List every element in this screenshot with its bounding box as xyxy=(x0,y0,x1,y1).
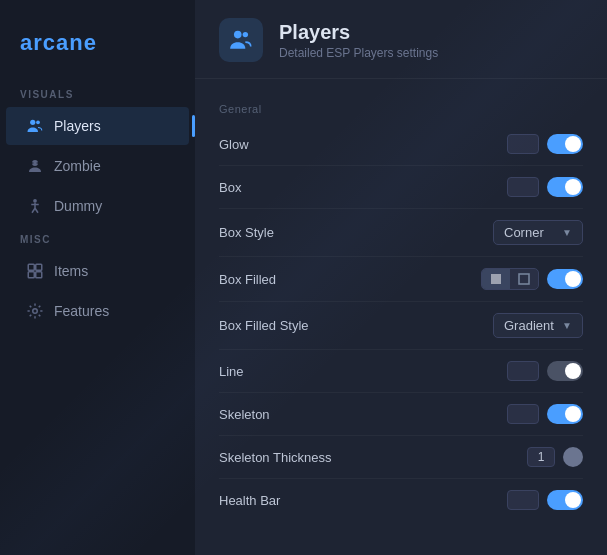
skeleton-thickness-input[interactable]: 1 xyxy=(527,447,555,467)
sidebar-item-zombie-label: Zombie xyxy=(54,158,101,174)
box-color-btn[interactable] xyxy=(507,177,539,197)
svg-rect-12 xyxy=(28,272,34,278)
health-bar-row: Health Bar xyxy=(219,479,583,521)
page-header: Players Detailed ESP Players settings xyxy=(195,0,607,79)
svg-rect-10 xyxy=(28,264,34,270)
box-style-dropdown[interactable]: Corner ▼ xyxy=(493,220,583,245)
sidebar: arcane VISUALS Players Zombie xyxy=(0,0,195,555)
box-style-label: Box Style xyxy=(219,225,274,240)
glow-row: Glow xyxy=(219,123,583,166)
svg-point-16 xyxy=(243,32,248,37)
svg-point-14 xyxy=(33,309,38,314)
skeleton-thickness-dot[interactable] xyxy=(563,447,583,467)
svg-rect-18 xyxy=(519,274,529,284)
skeleton-toggle[interactable] xyxy=(547,404,583,424)
box-filled-row: Box Filled xyxy=(219,257,583,302)
line-controls xyxy=(507,361,583,381)
sidebar-item-players[interactable]: Players xyxy=(6,107,189,145)
box-filled-label: Box Filled xyxy=(219,272,276,287)
sidebar-item-items[interactable]: Items xyxy=(6,252,189,290)
skeleton-thickness-row: Skeleton Thickness 1 xyxy=(219,436,583,479)
zombie-icon xyxy=(26,157,44,175)
svg-line-9 xyxy=(35,208,38,213)
box-filled-controls xyxy=(481,268,583,290)
logo-text: arcane xyxy=(20,30,97,55)
box-filled-toggle[interactable] xyxy=(547,269,583,289)
header-icon-box xyxy=(219,18,263,62)
health-bar-controls xyxy=(507,490,583,510)
box-style-arrow: ▼ xyxy=(562,227,572,238)
misc-section-label: MISC xyxy=(0,226,195,251)
box-filled-style-label: Box Filled Style xyxy=(219,318,309,333)
box-filled-style-controls: Gradient ▼ xyxy=(493,313,583,338)
glow-color-btn[interactable] xyxy=(507,134,539,154)
line-toggle[interactable] xyxy=(547,361,583,381)
skeleton-row: Skeleton xyxy=(219,393,583,436)
glow-toggle[interactable] xyxy=(547,134,583,154)
health-bar-toggle[interactable] xyxy=(547,490,583,510)
general-section-label: General xyxy=(219,103,583,115)
box-filled-style-row: Box Filled Style Gradient ▼ xyxy=(219,302,583,350)
box-filled-style-value: Gradient xyxy=(504,318,554,333)
box-controls xyxy=(507,177,583,197)
box-style-row: Box Style Corner ▼ xyxy=(219,209,583,257)
skeleton-thickness-controls: 1 xyxy=(527,447,583,467)
page-subtitle: Detailed ESP Players settings xyxy=(279,46,438,60)
svg-rect-11 xyxy=(36,264,42,270)
svg-point-5 xyxy=(33,199,37,203)
box-label: Box xyxy=(219,180,241,195)
skeleton-thickness-label: Skeleton Thickness xyxy=(219,450,332,465)
skeleton-color-btn[interactable] xyxy=(507,404,539,424)
dummy-icon xyxy=(26,197,44,215)
svg-rect-13 xyxy=(36,272,42,278)
players-icon xyxy=(26,117,44,135)
sidebar-item-features[interactable]: Features xyxy=(6,292,189,330)
box-filled-style-arrow: ▼ xyxy=(562,320,572,331)
skeleton-label: Skeleton xyxy=(219,407,270,422)
main-panel: Players Detailed ESP Players settings Ge… xyxy=(195,0,607,555)
health-bar-color-btn[interactable] xyxy=(507,490,539,510)
sidebar-item-items-label: Items xyxy=(54,263,88,279)
svg-point-15 xyxy=(234,31,242,39)
visuals-section-label: VISUALS xyxy=(0,81,195,106)
box-toggle[interactable] xyxy=(547,177,583,197)
box-style-value: Corner xyxy=(504,225,544,240)
sidebar-item-dummy-label: Dummy xyxy=(54,198,102,214)
health-bar-label: Health Bar xyxy=(219,493,280,508)
skeleton-controls xyxy=(507,404,583,424)
sidebar-item-dummy[interactable]: Dummy xyxy=(6,187,189,225)
settings-content: General Glow Box Box Style Corner ▼ xyxy=(195,79,607,541)
sidebar-item-zombie[interactable]: Zombie xyxy=(6,147,189,185)
items-icon xyxy=(26,262,44,280)
page-title: Players xyxy=(279,21,438,44)
box-row: Box xyxy=(219,166,583,209)
sidebar-item-players-label: Players xyxy=(54,118,101,134)
line-row: Line xyxy=(219,350,583,393)
logo: arcane xyxy=(0,20,195,81)
glow-controls xyxy=(507,134,583,154)
line-label: Line xyxy=(219,364,244,379)
svg-point-1 xyxy=(36,120,40,124)
svg-point-0 xyxy=(30,120,35,125)
sidebar-item-features-label: Features xyxy=(54,303,109,319)
box-filled-style-dropdown[interactable]: Gradient ▼ xyxy=(493,313,583,338)
box-filled-btn-1[interactable] xyxy=(482,269,510,289)
box-filled-btn-2[interactable] xyxy=(510,269,538,289)
glow-label: Glow xyxy=(219,137,249,152)
page-header-text: Players Detailed ESP Players settings xyxy=(279,21,438,60)
box-filled-group xyxy=(481,268,539,290)
box-style-controls: Corner ▼ xyxy=(493,220,583,245)
features-icon xyxy=(26,302,44,320)
svg-rect-17 xyxy=(491,274,501,284)
line-color-btn[interactable] xyxy=(507,361,539,381)
